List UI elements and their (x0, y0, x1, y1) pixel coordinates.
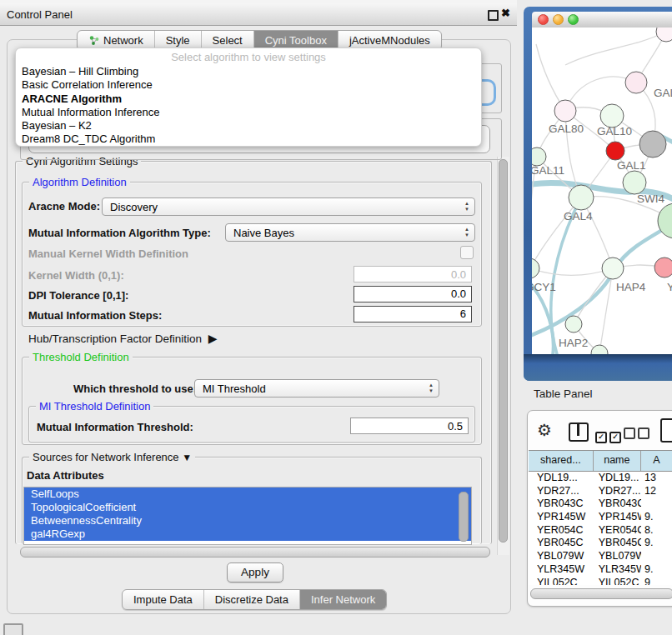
panel-dock-icon[interactable] (3, 623, 23, 635)
table-panel-title: Table Panel (534, 388, 593, 400)
network-node-hap4[interactable] (602, 258, 624, 279)
table-row[interactable]: YIL052C YIL052C 9 (529, 577, 672, 585)
tab-discretize-data[interactable]: Discretize Data (203, 590, 299, 609)
combo-spinner-icon: ▲▼ (464, 227, 469, 238)
settings-scrollbar-thumb[interactable] (499, 159, 508, 542)
aracne-mode-label: Aracne Mode: (28, 200, 100, 212)
apply-button[interactable]: Apply (227, 562, 283, 582)
mi-algorithm-type-label: Mutual Information Algorithm Type: (28, 227, 211, 239)
columns-icon[interactable] (569, 422, 589, 442)
network-node-gal4[interactable] (569, 185, 594, 210)
column-header-shared[interactable]: shared... (529, 451, 594, 471)
manual-kernel-label: Manual Kernel Width Definition (28, 248, 188, 260)
node-label: GAL4 (564, 210, 593, 222)
gear-icon[interactable]: ⚙ (537, 421, 552, 439)
network-window-titlebar[interactable] (532, 12, 672, 28)
network-node-gray[interactable] (639, 131, 666, 158)
algorithm-dropdown-popup: Select algorithm to view settings Bayesi… (15, 48, 482, 147)
node-label: GCY1 (532, 281, 556, 293)
dropdown-placeholder: Select algorithm to view settings (16, 51, 481, 65)
kernel-width-field[interactable]: 0.0 (354, 266, 472, 282)
data-attributes-label: Data Attributes (27, 469, 104, 482)
network-frame-bottom (524, 354, 672, 381)
node-label: HAP4 (616, 281, 646, 293)
network-node-gcy1[interactable] (532, 258, 539, 278)
mi-threshold-field[interactable]: 0.5 (350, 418, 469, 434)
close-traffic-light[interactable] (538, 14, 549, 25)
aracne-mode-combobox[interactable]: Discovery ▲▼ (102, 198, 475, 216)
table-row[interactable]: YDL19... YDL19... 13 (529, 472, 672, 485)
network-node-gal11[interactable] (532, 148, 546, 166)
import-table-icon[interactable] (660, 418, 672, 442)
dropdown-item[interactable]: Bayesian – Hill Climbing (16, 65, 481, 78)
group-title: MI Threshold Definition (36, 400, 153, 412)
tab-impute-data[interactable]: Impute Data (123, 590, 203, 609)
table-row[interactable]: YDR27... YDR27... 12 (529, 485, 672, 498)
column-header-cut[interactable]: A (641, 451, 672, 471)
select-all-icon[interactable]: ✓✓ (595, 428, 621, 443)
table-row[interactable]: YPR145W YPR145W 9. (529, 511, 672, 524)
settings-horizontal-scrollbar[interactable] (20, 547, 490, 558)
node-label: GAL80 (549, 122, 584, 135)
table-row[interactable]: YER054C YER054C 8. (529, 524, 672, 538)
dropdown-item[interactable]: Dream8 DC_TDC Algorithm (16, 132, 481, 146)
network-node[interactable] (625, 72, 647, 93)
dpi-tolerance-label: DPI Tolerance [0,1]: (28, 289, 128, 302)
table-row[interactable]: YBR045C YBR045C 9. (529, 537, 672, 550)
sources-toggle[interactable]: Sources for Network Inference ▼ (29, 451, 195, 463)
manual-kernel-checkbox[interactable] (460, 246, 474, 259)
column-header-name[interactable]: name (594, 451, 641, 471)
list-item[interactable]: gal4RGexp (24, 528, 471, 541)
list-scrollbar-thumb[interactable] (459, 492, 469, 542)
dropdown-item[interactable]: Mutual Information Inference (16, 106, 481, 119)
close-icon[interactable]: ✖ (501, 7, 510, 19)
network-node-gal10[interactable] (600, 104, 624, 128)
network-node[interactable] (656, 28, 672, 42)
list-item[interactable]: SelfLoops (24, 488, 471, 501)
network-node[interactable] (591, 345, 608, 354)
deselect-all-icon[interactable] (624, 428, 649, 442)
mi-steps-field[interactable]: 6 (354, 306, 472, 322)
network-node-salmon[interactable] (654, 258, 672, 278)
dropdown-item-highlighted[interactable]: ARACNE Algorithm (16, 92, 481, 106)
network-node-gal1[interactable] (623, 171, 646, 194)
dpi-tolerance-field[interactable]: 0.0 (354, 286, 472, 302)
network-graph: GAL GAL80 GAL10 GAL11 GAL1 SWI4 GAL4 GCY… (532, 28, 672, 354)
network-node-red[interactable] (606, 142, 624, 160)
network-node-hap2[interactable] (565, 316, 582, 332)
hub-definition-toggle[interactable]: Hub/Transcription Factor Definition ▶ (28, 332, 218, 345)
panel-title: Control Panel (7, 8, 73, 21)
minimize-traffic-light[interactable] (553, 14, 564, 25)
which-threshold-combobox[interactable]: MI Threshold ▲▼ (194, 379, 439, 398)
table-row[interactable]: YBR043C YBR043C (529, 498, 672, 511)
dropdown-item[interactable]: Bayesian – K2 (16, 119, 481, 132)
tab-infer-network[interactable]: Infer Network (299, 590, 386, 609)
table-row[interactable]: YLR345W YLR345W 9. (529, 563, 672, 577)
control-panel-titlebar: Control Panel ✖ (0, 3, 517, 26)
data-attributes-list[interactable]: SelfLoops TopologicalCoefficient Between… (23, 487, 472, 545)
list-item[interactable]: BetweennessCentrality (24, 514, 471, 528)
list-item[interactable]: TopologicalCoefficient (24, 501, 471, 514)
mi-algorithm-type-combobox[interactable]: Naive Bayes ▲▼ (225, 223, 475, 242)
group-title: Threshold Definition (29, 351, 133, 363)
table-horizontal-scrollbar[interactable] (530, 588, 672, 599)
network-node-gal80[interactable] (554, 100, 576, 122)
node-label: GAL10 (597, 125, 632, 138)
mi-steps-label: Mutual Information Steps: (28, 309, 162, 322)
group-title: Algorithm Definition (29, 176, 130, 188)
node-label: GAL1 (617, 159, 646, 172)
node-label: SWI4 (637, 192, 664, 205)
bottom-tabbar: Impute Data Discretize Data Infer Networ… (122, 589, 387, 610)
node-label: GAL (654, 87, 672, 99)
zoom-traffic-light[interactable] (568, 14, 579, 25)
combo-spinner-icon: ▲▼ (464, 201, 469, 212)
network-canvas[interactable]: GAL GAL80 GAL10 GAL11 GAL1 SWI4 GAL4 GCY… (532, 28, 672, 354)
float-window-icon[interactable] (488, 10, 499, 21)
combo-spinner-icon: ▲▼ (429, 382, 434, 394)
dropdown-item[interactable]: Basic Correlation Inference (16, 78, 481, 92)
table-row[interactable]: YBL079W YBL079W (529, 550, 672, 563)
network-icon (88, 35, 99, 46)
mi-threshold-label: Mutual Information Threshold: (37, 421, 193, 433)
kernel-width-label: Kernel Width (0,1): (28, 269, 124, 282)
collapsed-arrow-icon: ▶ (205, 332, 218, 345)
